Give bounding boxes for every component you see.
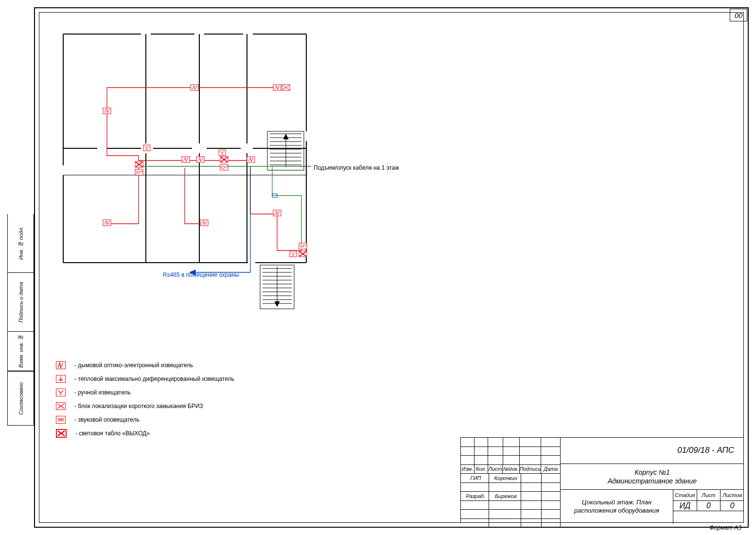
col-stadiya: Стадия bbox=[673, 490, 697, 500]
val-listov: 0 bbox=[721, 501, 744, 511]
project-code: 01/09/18 - АПС bbox=[561, 438, 744, 464]
annotation-cable-riser: Подъем/опуск кабеля на 1 этаж bbox=[314, 164, 399, 171]
exit-sign-icon bbox=[56, 429, 67, 438]
legend-text: - световое табло «ВЫХОД» bbox=[75, 430, 150, 437]
legend-text: - тепловой максимально диференцированный… bbox=[74, 375, 234, 382]
annotation-rs485: Rs485 в помещение охраны bbox=[163, 271, 239, 278]
object-line2: Административное здание bbox=[608, 477, 697, 485]
page-number: 00 bbox=[735, 11, 743, 19]
object-line1: Корпус №1 bbox=[634, 468, 669, 476]
sheet-title-line2: расположения оборудования bbox=[574, 507, 659, 514]
col-list: Лист bbox=[488, 465, 503, 474]
legend-text: - ручной извещатель bbox=[74, 389, 131, 396]
legend-row-smoke: - дымовой оптико-электронный извещатель bbox=[56, 361, 234, 370]
manual-callpoint-icon bbox=[56, 389, 66, 396]
side-stamp-agreed: Согласовано bbox=[7, 371, 34, 426]
titleblock-left-grid: Изм. Кол. Лист №док. Подпись Дата ГИП Ко… bbox=[461, 438, 561, 523]
legend-row-sounder: - звуковой оповещатель bbox=[56, 415, 234, 424]
col-ndok: №док. bbox=[503, 465, 520, 474]
legend-text: - звуковой оповещатель bbox=[74, 416, 140, 423]
sounder-icon bbox=[56, 416, 66, 424]
legend-text: - блок локализации короткого замыкания Б… bbox=[74, 403, 203, 410]
legend-row-briz: - блок локализации короткого замыкания Б… bbox=[56, 402, 234, 410]
side-stamp-vz-inv: Взам. инв. № bbox=[7, 332, 34, 371]
svg-marker-3 bbox=[275, 302, 280, 306]
heat-detector-icon bbox=[56, 375, 66, 383]
object-name: Корпус №1 Административное здание bbox=[561, 464, 744, 490]
svg-marker-1 bbox=[283, 134, 288, 139]
col-listov: Листов bbox=[721, 490, 744, 500]
briz-isolator-icon bbox=[56, 402, 66, 410]
legend-row-exit: - световое табло «ВЫХОД» bbox=[56, 429, 234, 438]
col-izm: Изм. bbox=[461, 465, 475, 474]
col-data: Дата bbox=[541, 465, 561, 474]
sheet-title-line1: Цокольный этаж. План bbox=[582, 499, 651, 506]
floor-plan bbox=[58, 29, 311, 311]
side-stamp-sign-date: Подпись и дата bbox=[7, 273, 34, 332]
title-block: Изм. Кол. Лист №док. Подпись Дата ГИП Ко… bbox=[460, 437, 744, 523]
legend-row-manual: - ручной извещатель bbox=[56, 388, 234, 397]
side-stamp-small-grid bbox=[7, 214, 34, 263]
sheet-title: Цокольный этаж. План расположения оборуд… bbox=[561, 490, 673, 524]
name-gip: Корочкин bbox=[489, 474, 521, 482]
col-list2: Лист bbox=[697, 490, 721, 500]
page-number-box: 00 bbox=[730, 9, 747, 21]
format-label: Формат А3 bbox=[709, 524, 741, 531]
role-razrab: Разраб. bbox=[461, 492, 489, 500]
name-razrab: Бирюков bbox=[489, 492, 521, 500]
legend-text: - дымовой оптико-электронный извещатель bbox=[74, 362, 193, 369]
legend-row-heat: - тепловой максимально диференцированный… bbox=[56, 374, 234, 383]
role-gip: ГИП bbox=[461, 474, 489, 482]
col-podp: Подпись bbox=[520, 465, 542, 474]
legend: - дымовой оптико-электронный извещатель … bbox=[56, 361, 234, 443]
val-stadiya: ИД bbox=[673, 501, 697, 511]
smoke-detector-icon bbox=[56, 361, 66, 369]
col-kol: Кол. bbox=[475, 465, 488, 474]
val-list: 0 bbox=[697, 501, 721, 511]
